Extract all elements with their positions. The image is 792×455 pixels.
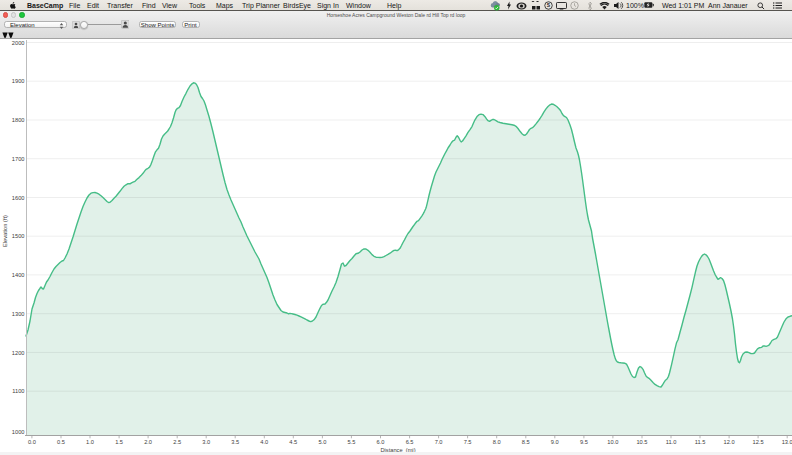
svg-text:11.0: 11.0 [666,439,677,445]
svg-text:13.0: 13.0 [782,439,792,445]
svg-text:Elevation (ft): Elevation (ft) [2,215,8,247]
svg-text:9.0: 9.0 [551,439,559,445]
svg-text:12.5: 12.5 [753,439,764,445]
svg-text:1200: 1200 [12,350,25,356]
svg-text:6.0: 6.0 [377,439,385,445]
svg-text:1300: 1300 [12,311,25,317]
svg-text:8.0: 8.0 [493,439,501,445]
svg-text:1.5: 1.5 [115,439,123,445]
svg-text:11.5: 11.5 [695,439,706,445]
svg-text:8.5: 8.5 [522,439,530,445]
svg-text:12.0: 12.0 [724,439,735,445]
svg-text:5.5: 5.5 [347,439,355,445]
svg-text:4.0: 4.0 [260,439,268,445]
svg-text:7.5: 7.5 [464,439,472,445]
svg-text:3.0: 3.0 [202,439,210,445]
svg-text:10.5: 10.5 [636,439,647,445]
svg-text:1100: 1100 [12,388,24,394]
svg-text:1900: 1900 [12,78,25,84]
svg-text:1800: 1800 [12,117,25,123]
svg-text:1400: 1400 [12,272,25,278]
svg-text:7.0: 7.0 [435,439,443,445]
svg-text:0.5: 0.5 [57,439,65,445]
svg-text:1.0: 1.0 [86,439,94,445]
svg-text:2.5: 2.5 [173,439,181,445]
svg-text:2.0: 2.0 [144,439,152,445]
svg-text:4.5: 4.5 [289,439,297,445]
svg-text:2000: 2000 [12,40,25,46]
svg-text:10.0: 10.0 [607,439,618,445]
svg-text:3.5: 3.5 [231,439,239,445]
svg-text:1500: 1500 [12,233,25,239]
svg-text:9.5: 9.5 [580,439,588,445]
svg-text:0.0: 0.0 [28,439,36,445]
svg-text:5.0: 5.0 [318,439,326,445]
svg-text:1600: 1600 [12,195,25,201]
svg-text:1000: 1000 [12,429,25,435]
svg-text:1700: 1700 [12,156,25,162]
svg-text:6.5: 6.5 [406,439,414,445]
